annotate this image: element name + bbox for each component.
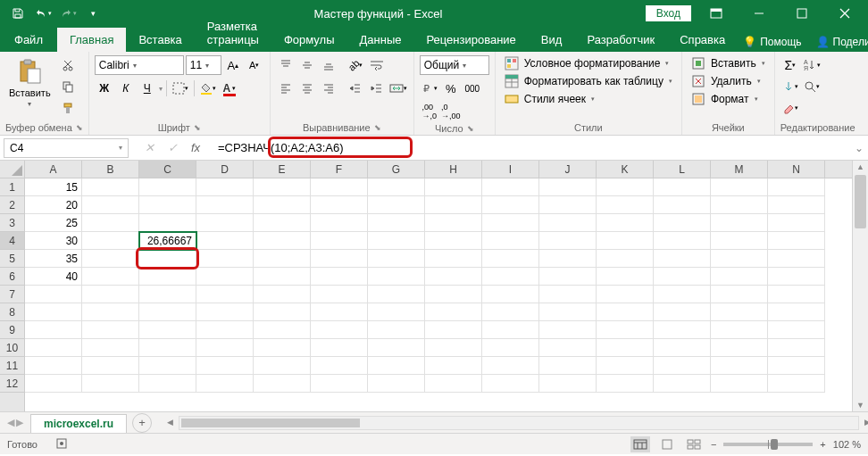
font-name-combo[interactable]: Calibri▾ xyxy=(95,55,184,75)
cell[interactable] xyxy=(82,375,139,393)
page-layout-view-button[interactable] xyxy=(657,436,677,452)
cell[interactable] xyxy=(368,250,425,268)
cell[interactable] xyxy=(711,321,768,339)
cell[interactable] xyxy=(539,214,597,232)
normal-view-button[interactable] xyxy=(630,436,650,452)
cell[interactable] xyxy=(254,321,311,339)
cell[interactable]: 15 xyxy=(25,178,82,196)
cell[interactable] xyxy=(425,250,482,268)
cell[interactable] xyxy=(539,357,597,375)
cell[interactable] xyxy=(196,286,254,303)
row-header[interactable]: 11 xyxy=(0,357,24,375)
cell[interactable] xyxy=(196,268,254,286)
cell[interactable] xyxy=(597,232,654,250)
column-header[interactable]: D xyxy=(196,161,254,178)
column-header[interactable]: I xyxy=(482,161,539,178)
cell[interactable] xyxy=(254,375,311,393)
cell[interactable] xyxy=(82,232,139,250)
cell[interactable] xyxy=(711,214,768,232)
orientation-button[interactable]: ab▾ xyxy=(346,55,365,75)
underline-button[interactable]: Ч xyxy=(138,79,157,98)
column-header[interactable]: J xyxy=(539,161,597,178)
tab-view[interactable]: Вид xyxy=(529,28,575,52)
ribbon-display-button[interactable] xyxy=(698,0,734,27)
column-header[interactable]: H xyxy=(425,161,482,178)
row-header[interactable]: 2 xyxy=(0,196,24,214)
cell[interactable] xyxy=(311,268,368,286)
cell[interactable] xyxy=(425,286,482,303)
row-header[interactable]: 5 xyxy=(0,250,24,268)
comma-style-button[interactable]: 000 xyxy=(463,79,482,98)
cell[interactable] xyxy=(368,286,425,303)
column-header[interactable]: C xyxy=(139,161,196,178)
scrollbar-thumb[interactable] xyxy=(181,419,360,427)
cell[interactable] xyxy=(654,232,711,250)
cell[interactable] xyxy=(539,268,597,286)
tab-developer[interactable]: Разработчик xyxy=(574,28,667,52)
cell[interactable] xyxy=(25,375,82,393)
add-sheet-button[interactable]: + xyxy=(132,413,152,433)
sheet-next-button[interactable]: ▶ xyxy=(16,417,23,428)
cell[interactable] xyxy=(711,286,768,303)
cell[interactable] xyxy=(654,339,711,357)
bold-button[interactable]: Ж xyxy=(95,79,114,98)
cell[interactable] xyxy=(311,357,368,375)
cell[interactable] xyxy=(82,250,139,268)
enter-button[interactable]: ✓ xyxy=(163,138,182,158)
row-header[interactable]: 12 xyxy=(0,375,24,393)
cell[interactable] xyxy=(654,178,711,196)
cell[interactable] xyxy=(196,303,254,321)
cell[interactable] xyxy=(425,178,482,196)
save-button[interactable] xyxy=(7,3,29,24)
cell[interactable] xyxy=(482,303,539,321)
cell[interactable]: 35 xyxy=(25,250,82,268)
cell[interactable] xyxy=(654,268,711,286)
cell[interactable] xyxy=(654,357,711,375)
cell[interactable] xyxy=(482,214,539,232)
slider-thumb[interactable] xyxy=(771,439,778,450)
macro-record-button[interactable] xyxy=(55,437,68,452)
decrease-decimal-button[interactable]: ,0→,00 xyxy=(441,102,461,121)
cell[interactable] xyxy=(139,339,196,357)
redo-button[interactable]: ▾ xyxy=(57,3,79,24)
align-bottom-button[interactable] xyxy=(319,55,338,75)
cell[interactable] xyxy=(368,232,425,250)
cell[interactable] xyxy=(368,214,425,232)
cell[interactable] xyxy=(539,250,597,268)
cell[interactable] xyxy=(539,303,597,321)
cell[interactable] xyxy=(82,178,139,196)
cell[interactable] xyxy=(482,232,539,250)
cell[interactable] xyxy=(139,303,196,321)
cell[interactable] xyxy=(311,250,368,268)
row-header[interactable]: 10 xyxy=(0,339,24,357)
select-all-corner[interactable] xyxy=(0,161,25,178)
column-header[interactable]: F xyxy=(311,161,368,178)
cell[interactable] xyxy=(482,196,539,214)
zoom-in-button[interactable]: + xyxy=(820,439,825,450)
cell[interactable] xyxy=(139,321,196,339)
cell[interactable] xyxy=(482,268,539,286)
cell[interactable] xyxy=(482,321,539,339)
column-header[interactable]: E xyxy=(254,161,311,178)
cell[interactable] xyxy=(711,357,768,375)
cell[interactable] xyxy=(82,339,139,357)
column-header[interactable]: B xyxy=(82,161,139,178)
cell[interactable] xyxy=(25,357,82,375)
find-select-button[interactable]: ▾ xyxy=(802,77,822,96)
increase-font-button[interactable]: A▴ xyxy=(223,55,243,75)
align-left-button[interactable] xyxy=(276,79,296,98)
row-header[interactable]: 7 xyxy=(0,286,24,303)
column-header[interactable]: G xyxy=(368,161,425,178)
cell[interactable] xyxy=(254,214,311,232)
cell[interactable] xyxy=(597,214,654,232)
cell[interactable] xyxy=(654,214,711,232)
minimize-button[interactable] xyxy=(741,0,777,27)
cell[interactable] xyxy=(768,214,825,232)
cell[interactable] xyxy=(311,232,368,250)
wrap-text-button[interactable] xyxy=(367,55,387,75)
cell[interactable] xyxy=(768,232,825,250)
increase-indent-button[interactable] xyxy=(367,79,387,98)
cell[interactable] xyxy=(139,286,196,303)
zoom-slider[interactable] xyxy=(723,443,813,446)
cell[interactable] xyxy=(425,375,482,393)
